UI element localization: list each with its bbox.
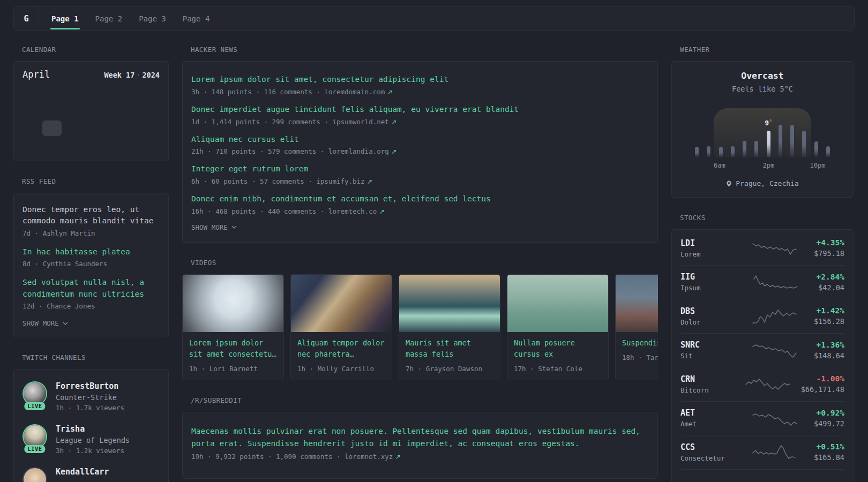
rss-section: RSS FEED Donec tempor eros leo, ut commo…	[13, 177, 169, 337]
temperature-bar	[802, 104, 806, 157]
rss-show-more-button[interactable]: SHOW MORE	[23, 319, 160, 327]
hackernews-item-meta: 1d · 1,414 points · 299 comments · ipsum…	[191, 118, 649, 126]
stock-sparkline	[735, 308, 814, 324]
stock-price: $66,171.48	[801, 385, 844, 394]
hackernews-card: Lorem ipsum dolor sit amet, consectetur …	[182, 61, 658, 243]
temperature-bar	[814, 104, 818, 157]
stock-sparkline	[735, 478, 817, 482]
calendar-week: Week 17·2024	[104, 71, 160, 79]
video-thumbnail	[616, 275, 658, 332]
weekday-label	[81, 88, 101, 101]
page-tab[interactable]: Page 1	[50, 7, 80, 30]
subreddit-section: /R/SUBREDDIT Maecenas mollis pulvinar er…	[182, 396, 658, 479]
stock-change: +0.51%	[814, 442, 844, 451]
hackernews-item-meta: 16h · 468 points · 440 comments · loremt…	[191, 207, 649, 215]
app-logo[interactable]: G	[14, 7, 39, 30]
weather-card: Overcast Feels like 5°C 9° 6am2pm10pm Pr…	[671, 61, 854, 198]
stock-sparkline	[735, 444, 814, 460]
video-thumbnail	[507, 275, 608, 332]
video-title[interactable]: Mauris sit amet massa felis	[406, 337, 493, 360]
video-thumbnail	[399, 275, 500, 332]
hackernews-item: Integer eget rutrum lorem 6h · 60 points…	[191, 163, 649, 185]
dot-separator: ·	[134, 71, 142, 79]
video-thumbnail	[183, 275, 283, 332]
temperature-bar	[743, 104, 746, 157]
rss-card: Donec tempor eros leo, ut commodo mauris…	[13, 193, 169, 337]
calendar-day	[101, 138, 121, 153]
hackernews-show-more-button[interactable]: SHOW MORE	[191, 223, 649, 231]
stock-symbol: DBS	[680, 306, 735, 316]
chevron-down-icon	[63, 322, 68, 325]
calendar-day	[42, 103, 62, 119]
calendar-section: CALENDAR April Week 17·2024	[13, 46, 169, 161]
page-tab[interactable]: Page 2	[94, 7, 124, 30]
time-label: 2pm	[762, 162, 774, 169]
rss-item-title[interactable]: Sed volutpat nulla nisl, a condimentum n…	[23, 277, 160, 300]
twitch-channel-row[interactable]: LIVE ForrestBurton Counter-Strike 1h · 1…	[23, 381, 160, 412]
subreddit-heading: /R/SUBREDDIT	[182, 396, 658, 404]
temperature-bars: 9°	[695, 104, 830, 157]
video-thumbnail	[291, 275, 392, 332]
subreddit-post-title[interactable]: Maecenas mollis pulvinar erat non posuer…	[191, 425, 649, 450]
hackernews-item-meta: 6h · 60 points · 57 comments · ipsumify.…	[191, 177, 649, 185]
video-list: Lorem ipsum dolor sit amet consectetu… 1…	[182, 274, 658, 380]
calendar-day	[101, 120, 121, 136]
video-meta: 1h · Lori Barnett	[189, 365, 277, 373]
stock-change: -1.00%	[801, 374, 844, 383]
hackernews-section: HACKER NEWS Lorem ipsum dolor sit amet, …	[182, 46, 658, 243]
hackernews-item-title[interactable]: Donec enim nibh, condimentum et accumsan…	[191, 193, 649, 205]
hackernews-item: Lorem ipsum dolor sit amet, consectetur …	[191, 74, 649, 96]
rss-item-title[interactable]: In hac habitasse platea	[23, 246, 160, 258]
page-tab[interactable]: Page 4	[182, 7, 211, 30]
middle-column: HACKER NEWS Lorem ipsum dolor sit amet, …	[182, 46, 658, 479]
video-title[interactable]: Aliquam tempor dolor nec pharetra…	[297, 337, 385, 360]
calendar-day	[81, 120, 101, 136]
video-title[interactable]: Suspendisse diam	[622, 337, 658, 349]
stock-symbol: IIG	[680, 272, 735, 282]
stock-change: +0.92%	[814, 409, 844, 417]
hackernews-item-meta: 21h · 710 points · 579 comments · loreml…	[191, 147, 649, 155]
video-card[interactable]: Lorem ipsum dolor sit amet consectetu… 1…	[182, 274, 284, 380]
calendar-heading: CALENDAR	[13, 46, 169, 54]
weekday-label	[23, 88, 42, 101]
stock-symbol: CCS	[680, 442, 735, 452]
external-link-icon: ↗	[389, 118, 396, 126]
hackernews-item-title[interactable]: Donec imperdiet augue tincidunt felis al…	[191, 104, 649, 116]
stock-symbol: LDI	[680, 238, 735, 248]
channel-avatar	[24, 468, 46, 482]
weekday-label	[62, 88, 81, 101]
stock-name: Ipsum	[680, 284, 735, 292]
page-tab-label: Page 4	[183, 14, 210, 23]
hackernews-item-title[interactable]: Lorem ipsum dolor sit amet, consectetur …	[191, 74, 649, 86]
calendar-day	[140, 138, 160, 153]
calendar-day	[62, 103, 81, 119]
calendar-day	[121, 103, 140, 119]
page-tab[interactable]: Page 3	[138, 7, 167, 30]
rss-list: Donec tempor eros leo, ut commodo mauris…	[23, 204, 160, 310]
twitch-channel-row[interactable]: KendallCarr	[23, 467, 160, 482]
video-meta: 18h · Tara	[622, 353, 658, 362]
video-card[interactable]: Nullam posuere cursus ex 17h · Stefan Co…	[507, 274, 609, 380]
video-card[interactable]: Mauris sit amet massa felis 7h · Grayson…	[399, 274, 500, 380]
time-label: 10pm	[810, 162, 826, 169]
stock-sparkline	[735, 274, 817, 290]
page-tab-label: Page 2	[95, 14, 123, 23]
stock-price: $148.64	[814, 351, 844, 360]
calendar-day	[140, 103, 160, 119]
left-column: CALENDAR April Week 17·2024 RSS FEED	[13, 46, 169, 482]
video-card[interactable]: Aliquam tempor dolor nec pharetra… 1h · …	[290, 274, 392, 380]
video-title[interactable]: Lorem ipsum dolor sit amet consectetu…	[189, 337, 277, 360]
temperature-bar: 9°	[767, 104, 770, 157]
video-card[interactable]: Suspendisse diam 18h · Tara	[615, 274, 658, 380]
calendar-days	[23, 103, 160, 153]
calendar-card: April Week 17·2024	[13, 61, 169, 161]
twitch-channel-row[interactable]: LIVE Trisha League of Legends 3h · 1.2k …	[23, 424, 160, 455]
video-title[interactable]: Nullam posuere cursus ex	[514, 337, 602, 360]
hackernews-item-title[interactable]: Integer eget rutrum lorem	[191, 163, 649, 175]
active-tab-underline	[50, 28, 80, 29]
calendar-day	[81, 103, 101, 119]
rss-item-title[interactable]: Donec tempor eros leo, ut commodo mauris…	[23, 204, 160, 227]
hackernews-item-title[interactable]: Aliquam nec cursus elit	[191, 134, 649, 146]
channel-avatar	[24, 425, 46, 448]
calendar-day	[121, 138, 140, 153]
